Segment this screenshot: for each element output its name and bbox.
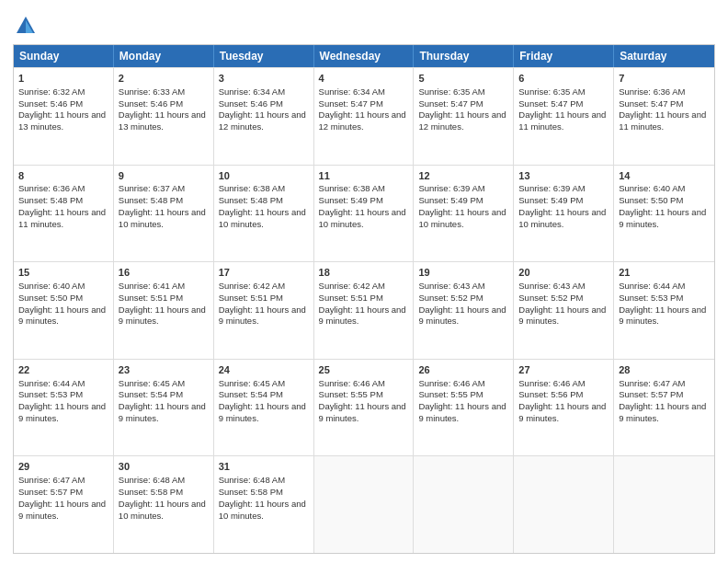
day-number: 29 — [18, 460, 108, 474]
calendar-header-cell: Friday — [514, 45, 614, 67]
day-number: 19 — [418, 266, 508, 280]
sunrise-text: Sunrise: 6:35 AM — [418, 86, 484, 97]
daylight-text: Daylight: 11 hours and 9 minutes. — [119, 401, 206, 423]
calendar-cell: 21Sunrise: 6:44 AMSunset: 5:53 PMDayligh… — [614, 262, 714, 359]
calendar-cell: 22Sunrise: 6:44 AMSunset: 5:53 PMDayligh… — [14, 360, 114, 456]
day-number: 17 — [219, 266, 309, 280]
day-number: 21 — [619, 266, 710, 280]
day-number: 26 — [418, 363, 508, 377]
day-number: 2 — [119, 72, 209, 86]
calendar-cell: 16Sunrise: 6:41 AMSunset: 5:51 PMDayligh… — [114, 262, 214, 359]
daylight-text: Daylight: 11 hours and 10 minutes. — [219, 499, 306, 521]
calendar-cell: 9Sunrise: 6:37 AMSunset: 5:48 PMDaylight… — [114, 166, 214, 262]
calendar-cell: 10Sunrise: 6:38 AMSunset: 5:48 PMDayligh… — [214, 166, 314, 262]
day-number: 25 — [319, 363, 409, 377]
sunrise-text: Sunrise: 6:43 AM — [418, 281, 484, 291]
calendar-cell: 15Sunrise: 6:40 AMSunset: 5:50 PMDayligh… — [14, 262, 114, 359]
calendar-cell: 2Sunrise: 6:33 AMSunset: 5:46 PMDaylight… — [114, 68, 214, 165]
logo — [13, 13, 40, 39]
daylight-text: Daylight: 11 hours and 10 minutes. — [518, 207, 606, 229]
day-number: 31 — [219, 460, 309, 474]
calendar-cell: 17Sunrise: 6:42 AMSunset: 5:51 PMDayligh… — [214, 262, 314, 359]
daylight-text: Daylight: 11 hours and 9 minutes. — [619, 304, 706, 327]
sunrise-text: Sunrise: 6:45 AM — [119, 378, 185, 388]
sunrise-text: Sunrise: 6:46 AM — [418, 378, 484, 388]
sunset-text: Sunset: 5:47 PM — [418, 98, 483, 109]
day-number: 7 — [619, 72, 710, 86]
daylight-text: Daylight: 11 hours and 13 minutes. — [18, 109, 106, 132]
daylight-text: Daylight: 11 hours and 9 minutes. — [619, 207, 706, 229]
calendar-header-cell: Tuesday — [214, 45, 314, 67]
day-number: 1 — [18, 72, 108, 86]
sunrise-text: Sunrise: 6:42 AM — [319, 281, 385, 291]
daylight-text: Daylight: 11 hours and 12 minutes. — [418, 109, 506, 132]
calendar-cell: 4Sunrise: 6:34 AMSunset: 5:47 PMDaylight… — [314, 68, 415, 165]
daylight-text: Daylight: 11 hours and 9 minutes. — [619, 401, 706, 423]
calendar-body: 1Sunrise: 6:32 AMSunset: 5:46 PMDaylight… — [14, 67, 714, 553]
daylight-text: Daylight: 11 hours and 9 minutes. — [18, 401, 106, 423]
daylight-text: Daylight: 11 hours and 9 minutes. — [219, 304, 306, 327]
day-number: 10 — [219, 169, 309, 183]
daylight-text: Daylight: 11 hours and 12 minutes. — [219, 109, 306, 132]
sunrise-text: Sunrise: 6:38 AM — [219, 183, 285, 193]
day-number: 8 — [18, 169, 108, 183]
sunset-text: Sunset: 5:48 PM — [219, 195, 283, 205]
sunrise-text: Sunrise: 6:35 AM — [518, 86, 585, 97]
sunrise-text: Sunrise: 6:42 AM — [219, 281, 285, 291]
sunset-text: Sunset: 5:51 PM — [219, 293, 283, 303]
day-number: 18 — [319, 266, 409, 280]
daylight-text: Daylight: 11 hours and 10 minutes. — [119, 499, 206, 521]
calendar-cell: 20Sunrise: 6:43 AMSunset: 5:52 PMDayligh… — [514, 262, 614, 359]
calendar-cell: 12Sunrise: 6:39 AMSunset: 5:49 PMDayligh… — [414, 166, 514, 262]
page: SundayMondayTuesdayWednesdayThursdayFrid… — [0, 0, 728, 563]
sunrise-text: Sunrise: 6:32 AM — [18, 86, 85, 97]
calendar-cell — [514, 456, 614, 553]
day-number: 23 — [119, 363, 209, 377]
calendar-cell — [314, 456, 415, 553]
calendar-cell: 7Sunrise: 6:36 AMSunset: 5:47 PMDaylight… — [614, 68, 714, 165]
sunrise-text: Sunrise: 6:44 AM — [619, 281, 685, 291]
sunrise-text: Sunrise: 6:36 AM — [619, 86, 685, 97]
day-number: 12 — [418, 169, 508, 183]
calendar-cell: 3Sunrise: 6:34 AMSunset: 5:46 PMDaylight… — [214, 68, 314, 165]
sunrise-text: Sunrise: 6:34 AM — [319, 86, 385, 97]
day-number: 20 — [518, 266, 609, 280]
calendar-header-cell: Sunday — [14, 45, 114, 67]
daylight-text: Daylight: 11 hours and 10 minutes. — [418, 207, 506, 229]
sunrise-text: Sunrise: 6:40 AM — [619, 183, 685, 193]
sunset-text: Sunset: 5:55 PM — [319, 389, 383, 399]
sunrise-text: Sunrise: 6:40 AM — [18, 281, 85, 291]
daylight-text: Daylight: 11 hours and 9 minutes. — [518, 401, 606, 423]
daylight-text: Daylight: 11 hours and 10 minutes. — [319, 207, 406, 229]
sunrise-text: Sunrise: 6:47 AM — [18, 475, 85, 485]
sunset-text: Sunset: 5:57 PM — [619, 389, 683, 399]
calendar-cell: 5Sunrise: 6:35 AMSunset: 5:47 PMDaylight… — [414, 68, 514, 165]
sunrise-text: Sunrise: 6:39 AM — [418, 183, 484, 193]
sunset-text: Sunset: 5:55 PM — [418, 389, 483, 399]
calendar-cell: 28Sunrise: 6:47 AMSunset: 5:57 PMDayligh… — [614, 360, 714, 456]
sunset-text: Sunset: 5:50 PM — [18, 293, 83, 303]
daylight-text: Daylight: 11 hours and 9 minutes. — [418, 401, 506, 423]
day-number: 24 — [219, 363, 309, 377]
sunset-text: Sunset: 5:58 PM — [219, 487, 283, 497]
calendar-header-cell: Thursday — [414, 45, 514, 67]
calendar-cell: 6Sunrise: 6:35 AMSunset: 5:47 PMDaylight… — [514, 68, 614, 165]
day-number: 4 — [319, 72, 409, 86]
daylight-text: Daylight: 11 hours and 9 minutes. — [319, 304, 406, 327]
day-number: 13 — [518, 169, 609, 183]
daylight-text: Daylight: 11 hours and 11 minutes. — [619, 109, 706, 132]
day-number: 5 — [418, 72, 508, 86]
sunset-text: Sunset: 5:50 PM — [619, 195, 683, 205]
daylight-text: Daylight: 11 hours and 11 minutes. — [518, 109, 606, 132]
calendar: SundayMondayTuesdayWednesdayThursdayFrid… — [13, 44, 715, 554]
sunrise-text: Sunrise: 6:46 AM — [319, 378, 385, 388]
daylight-text: Daylight: 11 hours and 9 minutes. — [18, 499, 106, 521]
day-number: 14 — [619, 169, 710, 183]
calendar-cell: 24Sunrise: 6:45 AMSunset: 5:54 PMDayligh… — [214, 360, 314, 456]
sunrise-text: Sunrise: 6:39 AM — [518, 183, 585, 193]
day-number: 22 — [18, 363, 108, 377]
sunrise-text: Sunrise: 6:46 AM — [518, 378, 585, 388]
calendar-row: 8Sunrise: 6:36 AMSunset: 5:48 PMDaylight… — [14, 165, 714, 262]
day-number: 28 — [619, 363, 710, 377]
sunrise-text: Sunrise: 6:33 AM — [119, 86, 185, 97]
